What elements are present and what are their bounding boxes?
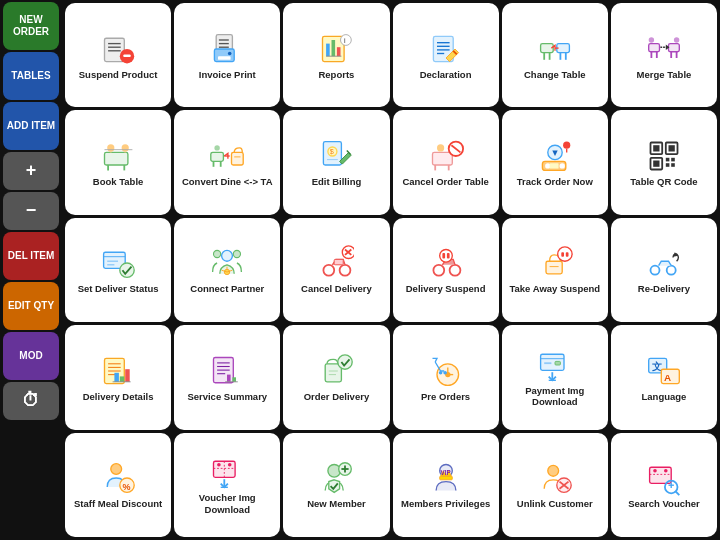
svg-point-93 <box>222 251 233 262</box>
grid-new-member[interactable]: New Member <box>283 433 389 537</box>
grid-voucher-img-download[interactable]: Voucher Img Download <box>174 433 280 537</box>
cancel-order-table-label: Cancel Order Table <box>402 176 488 187</box>
grid-unlink-customer[interactable]: Unlink Customer <box>502 433 608 537</box>
sidebar-plus[interactable]: + <box>3 152 59 190</box>
svg-point-156 <box>111 464 122 475</box>
grid-service-summary[interactable]: Service Summary <box>174 325 280 429</box>
grid-table-qr-code[interactable]: Table QR Code <box>611 110 717 214</box>
voucher-img-download-label: Voucher Img Download <box>176 492 278 515</box>
edit-billing-label: Edit Billing <box>312 176 362 187</box>
svg-point-42 <box>649 37 654 42</box>
svg-point-101 <box>340 265 351 276</box>
grid-set-deliver-status[interactable]: Set Deliver Status <box>65 218 171 322</box>
svg-rect-65 <box>432 152 452 165</box>
svg-rect-52 <box>211 152 224 161</box>
delivery-details-label: Delivery Details <box>83 391 154 402</box>
new-member-label: New Member <box>307 498 366 509</box>
svg-text:VIP: VIP <box>440 469 450 476</box>
take-away-suspend-label: Take Away Suspend <box>509 283 600 294</box>
svg-point-107 <box>449 265 460 276</box>
grid-staff-meal-discount[interactable]: % Staff Meal Discount <box>65 433 171 537</box>
sidebar-mod[interactable]: MOD <box>3 332 59 380</box>
svg-point-18 <box>341 34 352 45</box>
svg-rect-110 <box>446 253 449 258</box>
grid-suspend-product[interactable]: Suspend Product <box>65 3 171 107</box>
svg-rect-30 <box>557 43 570 52</box>
grid-re-delivery[interactable]: Re-Delivery <box>611 218 717 322</box>
svg-rect-76 <box>549 163 558 168</box>
grid-cancel-delivery[interactable]: Cancel Delivery <box>283 218 389 322</box>
svg-rect-16 <box>337 47 341 56</box>
svg-point-55 <box>215 145 220 150</box>
svg-rect-14 <box>327 43 331 56</box>
grid-row-4: Delivery Details Service Summary <box>65 325 717 429</box>
svg-point-75 <box>559 163 564 168</box>
grid-row-5: % Staff Meal Discount Voucher Img Downlo… <box>65 433 717 537</box>
grid-change-table[interactable]: Change Table <box>502 3 608 107</box>
sidebar-timer[interactable]: ⏱ <box>3 382 59 420</box>
svg-line-183 <box>676 492 680 496</box>
sidebar: NEW ORDER TABLES ADD ITEM + − DEL ITEM E… <box>0 0 62 540</box>
svg-rect-34 <box>649 43 660 51</box>
invoice-print-label: Invoice Print <box>199 69 256 80</box>
grid-row-2: Book Table Convert Dine <-> TA <box>65 110 717 214</box>
svg-point-68 <box>437 144 444 151</box>
set-deliver-status-label: Set Deliver Status <box>78 283 159 294</box>
grid-members-privileges[interactable]: VIP Members Privileges <box>393 433 499 537</box>
svg-point-92 <box>120 263 134 277</box>
re-delivery-label: Re-Delivery <box>638 283 690 294</box>
grid-row-3: Set Deliver Status Connect Partner <box>65 218 717 322</box>
svg-rect-44 <box>105 152 128 165</box>
svg-rect-87 <box>671 163 675 167</box>
grid-track-order-now[interactable]: Track Order Now <box>502 110 608 214</box>
sidebar-tables[interactable]: TABLES <box>3 52 59 100</box>
grid-invoice-print[interactable]: Invoice Print <box>174 3 280 107</box>
svg-point-43 <box>674 37 679 42</box>
sidebar-del-item[interactable]: DEL ITEM <box>3 232 59 280</box>
svg-text:A: A <box>664 372 671 383</box>
svg-rect-133 <box>227 374 231 381</box>
svg-point-12 <box>228 51 232 55</box>
grid-delivery-details[interactable]: Delivery Details <box>65 325 171 429</box>
svg-point-95 <box>234 251 241 258</box>
delivery-suspend-label: Delivery Suspend <box>406 283 486 294</box>
convert-dine-label: Convert Dine <-> TA <box>182 176 273 187</box>
grid-take-away-suspend[interactable]: Take Away Suspend <box>502 218 608 322</box>
grid-language[interactable]: 文 A Language <box>611 325 717 429</box>
svg-point-116 <box>650 266 659 275</box>
svg-text:$: $ <box>330 147 334 156</box>
grid-connect-partner[interactable]: Connect Partner <box>174 218 280 322</box>
svg-rect-126 <box>125 369 130 382</box>
svg-rect-81 <box>668 145 674 151</box>
grid-search-voucher[interactable]: Search Voucher <box>611 433 717 537</box>
declaration-label: Declaration <box>420 69 472 80</box>
sidebar-edit-qty[interactable]: EDIT QTY <box>3 282 59 330</box>
service-summary-label: Service Summary <box>187 391 267 402</box>
grid-book-table[interactable]: Book Table <box>65 110 171 214</box>
members-privileges-label: Members Privileges <box>401 498 490 509</box>
grid-declaration[interactable]: Declaration <box>393 3 499 107</box>
sidebar-add-item[interactable]: ADD ITEM <box>3 102 59 150</box>
grid-edit-billing[interactable]: $ Edit Billing <box>283 110 389 214</box>
suspend-product-label: Suspend Product <box>79 69 158 80</box>
grid-convert-dine[interactable]: Convert Dine <-> TA <box>174 110 280 214</box>
svg-point-180 <box>653 469 657 473</box>
grid-payment-img-download[interactable]: Payment Img Download <box>502 325 608 429</box>
svg-rect-124 <box>114 373 119 382</box>
sidebar-new-order[interactable]: NEW ORDER <box>3 2 59 50</box>
change-table-label: Change Table <box>524 69 586 80</box>
connect-partner-label: Connect Partner <box>190 283 264 294</box>
grid-cancel-order-table[interactable]: Cancel Order Table <box>393 110 499 214</box>
svg-point-137 <box>338 355 352 369</box>
svg-rect-149 <box>555 361 560 365</box>
svg-point-145 <box>443 371 447 375</box>
reports-label: Reports <box>318 69 354 80</box>
grid-delivery-suspend[interactable]: Delivery Suspend <box>393 218 499 322</box>
sidebar-minus[interactable]: − <box>3 192 59 230</box>
grid-order-delivery[interactable]: Order Delivery <box>283 325 389 429</box>
grid-pre-orders[interactable]: Pre Orders <box>393 325 499 429</box>
grid-merge-table[interactable]: Merge Table <box>611 3 717 107</box>
table-qr-code-label: Table QR Code <box>630 176 697 187</box>
grid-reports[interactable]: i Reports <box>283 3 389 107</box>
svg-rect-115 <box>566 253 569 258</box>
